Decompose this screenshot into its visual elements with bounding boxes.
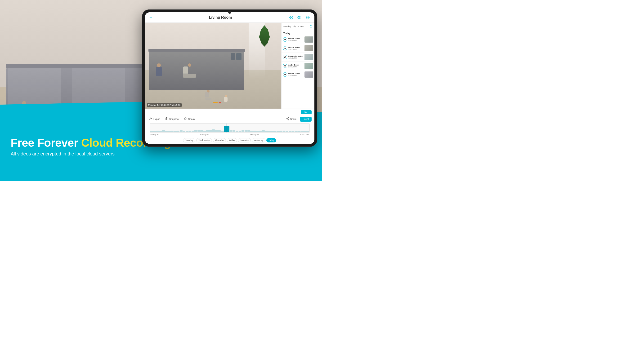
export-button[interactable]: Export (148, 116, 162, 122)
event-time-5: 3:10:04 PM (288, 75, 304, 76)
share-label: Share (290, 118, 297, 120)
day-saturday[interactable]: Saturday (238, 138, 251, 142)
snapshot-icon (165, 117, 168, 121)
header-icons (288, 15, 311, 20)
event-button[interactable]: Event (300, 117, 312, 122)
day-yesterday[interactable]: Yesterday (252, 138, 266, 142)
snapshot-label: Snapshot (169, 118, 179, 120)
header-title: Living Room (209, 15, 232, 20)
svg-rect-2 (289, 18, 290, 19)
day-thursday[interactable]: Thursday (213, 138, 226, 142)
timeline-labels: 01:00 p.m. 03:00 p.m. 05:00 p.m. 07:00 p… (150, 134, 310, 136)
event-info-2: Motion Event 6:40:18 PM (288, 46, 304, 50)
subtitle-text: All videos are encrypted in the local cl… (11, 151, 182, 157)
svg-point-8 (285, 48, 286, 49)
speak-button[interactable]: Speak (182, 116, 196, 122)
timestamp-overlay: Monday, July 25,2022 Pm 3:45:06 (147, 103, 182, 107)
day-friday[interactable]: Friday (227, 138, 237, 142)
tablet-screen: ← Living Room (145, 12, 314, 144)
grid-icon[interactable] (288, 15, 294, 20)
svg-point-4 (299, 17, 300, 18)
app-header: ← Living Room (145, 12, 314, 23)
event-thumb-1[interactable] (304, 36, 313, 42)
camera-feed (145, 23, 281, 109)
day-today[interactable]: Today (266, 138, 276, 142)
export-icon (149, 117, 152, 121)
event-time-2: 6:40:18 PM (288, 48, 304, 50)
event-time-1: 6:50:54 PM (288, 40, 304, 41)
toolbar-buttons: Export Snapshot (148, 116, 312, 122)
eye-icon[interactable] (296, 15, 302, 20)
speak-label: Speak (188, 118, 195, 120)
event-item-2[interactable]: Motion Event 6:40:18 PM (282, 44, 314, 53)
event-info-5: Motion Event 3:10:04 PM (288, 73, 304, 76)
svg-point-10 (285, 74, 286, 75)
event-item-3[interactable]: Human Detected 4:25:41 PM (282, 53, 314, 61)
event-time-3: 4:25:41 PM (288, 57, 304, 59)
svg-rect-6 (310, 25, 312, 27)
motion-icon-2 (283, 46, 287, 50)
event-info-4: Audio Event 3:20:10 PM (288, 64, 304, 68)
today-label: Today (282, 31, 314, 35)
event-item-4[interactable]: Audio Event 3:20:10 PM (282, 61, 314, 70)
timeline-playhead (226, 123, 227, 132)
event-thumb-2[interactable] (304, 45, 313, 51)
timeline-label-4: 07:00 p.m. (300, 134, 309, 136)
event-type-1: Motion Event (288, 38, 304, 40)
day-wednesday[interactable]: Wednesday (196, 138, 212, 142)
sidebar-date-section: Monday, July 25,2022 (282, 23, 314, 31)
event-type-4: Audio Event (288, 64, 304, 66)
speak-icon (184, 117, 187, 121)
event-type-5: Motion Event (288, 73, 304, 75)
svg-rect-0 (289, 16, 290, 17)
sidebar-date-header: Monday, July 25,2022 (284, 24, 312, 28)
event-thumb-3[interactable] (304, 54, 313, 60)
share-button[interactable]: Share (284, 116, 298, 122)
tablet-device: ← Living Room (142, 9, 317, 147)
timeline-bars (150, 123, 310, 132)
human-icon (283, 55, 287, 59)
calendar-icon[interactable] (310, 24, 312, 28)
back-button[interactable]: ← (149, 15, 153, 20)
sidebar-date-text: Monday, July 25,2022 (284, 25, 304, 28)
svg-point-9 (284, 56, 285, 57)
svg-rect-11 (165, 118, 168, 120)
export-label: Export (154, 118, 160, 120)
motion-icon-1 (283, 37, 287, 42)
live-button[interactable]: Live (301, 110, 312, 114)
svg-rect-3 (291, 18, 292, 19)
event-item-5[interactable]: Motion Event 3:10:04 PM (282, 70, 314, 79)
day-tuesday[interactable]: Tuesday (183, 138, 195, 142)
headline-white: Free Forever (11, 136, 81, 149)
timeline-label-1: 01:00 p.m. (150, 134, 159, 136)
events-sidebar: Monday, July 25,2022 Today (281, 23, 314, 109)
timeline-track[interactable] (150, 123, 310, 133)
timeline-label-2: 03:00 p.m. (200, 134, 209, 136)
bottom-toolbar: Live Export (145, 109, 314, 144)
svg-rect-13 (184, 118, 186, 119)
settings-icon[interactable] (305, 15, 311, 20)
app-content: Monday, July 25,2022 Pm 3:45:06 Monday, … (145, 23, 314, 109)
svg-rect-1 (291, 16, 292, 17)
event-thumb-4[interactable] (304, 63, 313, 69)
tablet-frame: ← Living Room (142, 9, 317, 147)
event-item-1[interactable]: Motion Event 6:50:54 PM (282, 35, 314, 44)
event-type-3: Human Detected (288, 55, 304, 57)
svg-point-5 (307, 17, 308, 18)
svg-point-7 (285, 39, 286, 40)
svg-point-12 (166, 118, 167, 119)
snapshot-button[interactable]: Snapshot (164, 116, 181, 122)
event-type-2: Motion Event (288, 46, 304, 48)
event-info-3: Human Detected 4:25:41 PM (288, 55, 304, 59)
camera-view: Monday, July 25,2022 Pm 3:45:06 (145, 23, 281, 109)
timeline-container: 01:00 p.m. 03:00 p.m. 05:00 p.m. 07:00 p… (148, 123, 312, 138)
event-thumb-5[interactable] (304, 71, 313, 78)
day-selector: Tuesday Wednesday Thursday Friday Saturd… (148, 138, 312, 142)
audio-icon (283, 64, 287, 68)
share-icon (286, 117, 289, 121)
event-time-4: 3:20:10 PM (288, 66, 304, 68)
event-info-1: Motion Event 6:50:54 PM (288, 38, 304, 41)
motion-icon-5 (283, 72, 287, 77)
timeline-label-3: 05:00 p.m. (250, 134, 259, 136)
